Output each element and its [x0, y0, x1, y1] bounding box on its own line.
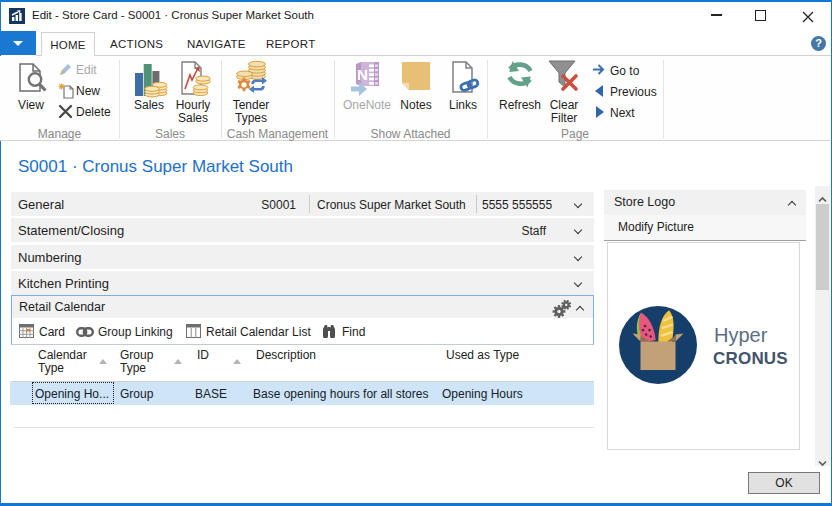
svg-text:N: N: [357, 66, 368, 83]
